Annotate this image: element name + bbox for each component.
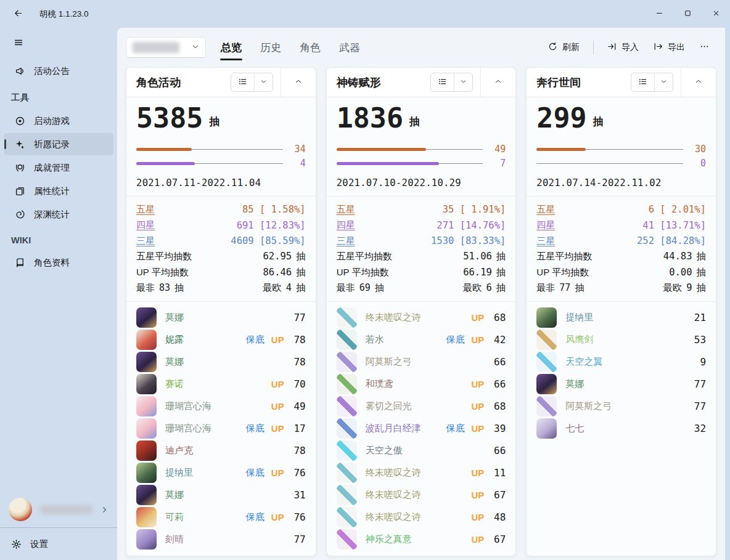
sidebar-item-label: 成就管理	[34, 162, 70, 174]
titlebar: 胡桃 1.1.23.0	[0, 0, 730, 28]
sidebar-section-header: WIKI	[0, 227, 117, 250]
sidebar-item-announcements[interactable]: 活动公告	[4, 60, 113, 82]
sidebar-section-header: 工具	[0, 83, 117, 108]
spiral-icon	[15, 209, 25, 220]
guarantee-badge: 保底	[446, 334, 465, 346]
worst-best-row: 最非69抽 最欧6抽	[337, 280, 506, 296]
item-name: 终末嗟叹之诗	[366, 489, 421, 501]
list-mode-split-button[interactable]	[231, 73, 273, 92]
app-window: 胡桃 1.1.23.0 活动公告 工具 启动游戏 祈愿记录 成就管理 属性统计 …	[0, 0, 730, 560]
list-icon	[438, 77, 447, 88]
item-avatar	[337, 396, 357, 416]
tab-weapon[interactable]: 武器	[338, 37, 361, 59]
three-star-link[interactable]: 三星	[536, 235, 555, 247]
close-icon	[712, 9, 720, 19]
item-name: 妮露	[165, 334, 184, 346]
five-star-link[interactable]: 五星	[337, 204, 355, 216]
three-star-stat-row: 三星 4609 [85.59%]	[136, 233, 306, 250]
sidebar-item-achievements[interactable]: 成就管理	[4, 156, 113, 179]
menu-toggle-button[interactable]	[7, 33, 30, 54]
item-avatar	[536, 307, 557, 328]
export-button[interactable]: 导出	[647, 38, 691, 57]
date-range: 2021.07.11-2022.11.04	[136, 177, 306, 189]
sidebar-item-character-wiki[interactable]: 角色资料	[4, 251, 113, 274]
tab-overview[interactable]: 总览	[219, 37, 243, 59]
pull-count: 68	[491, 400, 506, 412]
pull-item-row: 莫娜 78	[136, 351, 306, 373]
sidebar: 活动公告 工具 启动游戏 祈愿记录 成就管理 属性统计 深渊统计 WIKI 角色…	[0, 28, 117, 560]
toolbar-divider	[593, 41, 594, 54]
settings-label: 设置	[30, 538, 48, 550]
item-name: 迪卢克	[165, 445, 193, 457]
tab-bar: 总览历史角色武器	[219, 37, 361, 59]
five-star-link[interactable]: 五星	[536, 204, 555, 216]
back-arrow-icon	[14, 9, 23, 20]
tab-character[interactable]: 角色	[298, 37, 322, 59]
pull-count: 68	[491, 312, 506, 323]
selected-indicator	[4, 139, 6, 149]
four-star-link[interactable]: 四星	[536, 219, 555, 231]
list-mode-split-button[interactable]	[430, 73, 473, 92]
maximize-button[interactable]	[673, 0, 702, 28]
import-button[interactable]: 导入	[601, 38, 645, 57]
list-view-button[interactable]	[231, 73, 254, 91]
list-mode-dropdown-button[interactable]	[255, 73, 273, 91]
pull-history-list[interactable]: 提纳里 21 风鹰剑 53 天空之翼 9 莫娜 77 阿莫斯之弓	[527, 301, 716, 445]
pull-count: 42	[491, 334, 506, 346]
up-badge: UP	[472, 423, 485, 434]
best-pull: 最欧4抽	[263, 282, 306, 294]
card-title: 奔行世间	[536, 75, 581, 90]
four-star-link[interactable]: 四星	[337, 219, 355, 231]
item-avatar	[136, 307, 157, 328]
collapse-button[interactable]	[287, 73, 310, 92]
item-avatar	[337, 374, 357, 394]
refresh-button[interactable]: 刷新	[542, 38, 586, 57]
sidebar-item-label: 角色资料	[34, 257, 70, 269]
five-star-pity-bar: 34	[136, 142, 306, 156]
pull-history-list[interactable]: 终末嗟叹之诗 UP 68 若水 保底 UP 42 阿莫斯之弓 66 和璞鸢 UP…	[327, 301, 516, 556]
pull-item-row: 莫娜 77	[136, 307, 306, 329]
minimize-button[interactable]	[645, 0, 673, 28]
item-name: 风鹰剑	[565, 334, 593, 346]
worst-best-row: 最非77抽 最欧9抽	[536, 280, 706, 296]
list-view-button[interactable]	[431, 73, 454, 91]
worst-pull: 最非83抽	[136, 282, 184, 294]
sidebar-item-abyss-stats[interactable]: 深渊统计	[4, 203, 113, 225]
pull-item-row: 终末嗟叹之诗 UP 68	[337, 307, 506, 329]
four-star-link[interactable]: 四星	[136, 219, 155, 231]
pull-history-list[interactable]: 莫娜 77 妮露 保底 UP 78 莫娜 78 赛诺 UP 70 珊瑚	[126, 301, 316, 556]
user-profile[interactable]	[0, 492, 117, 527]
five-star-stat-row: 五星 35 [ 1.91%]	[337, 202, 506, 218]
item-name: 珊瑚宫心海	[165, 423, 211, 434]
sidebar-item-wish-records[interactable]: 祈愿记录	[4, 133, 113, 155]
five-star-pity-bar: 30	[536, 142, 706, 156]
pull-count: 76	[291, 467, 306, 479]
five-star-link[interactable]: 五星	[136, 204, 155, 216]
collapse-button[interactable]	[687, 73, 710, 92]
pull-count: 66	[491, 356, 506, 368]
tab-history[interactable]: 历史	[259, 37, 282, 59]
up-badge: UP	[472, 379, 485, 389]
refresh-icon	[548, 42, 557, 53]
list-mode-split-button[interactable]	[631, 73, 673, 92]
list-mode-dropdown-button[interactable]	[655, 73, 673, 91]
uid-selector[interactable]	[126, 37, 206, 58]
list-view-button[interactable]	[631, 73, 654, 91]
up-badge: UP	[271, 468, 284, 478]
sidebar-item-settings[interactable]: 设置	[0, 528, 117, 560]
up-badge: UP	[472, 335, 485, 345]
pull-item-row: 和璞鸢 UP 66	[337, 373, 506, 396]
list-mode-dropdown-button[interactable]	[454, 73, 472, 91]
collapse-button[interactable]	[487, 73, 509, 92]
four-star-stat-row: 四星 691 [12.83%]	[136, 217, 306, 233]
three-star-link[interactable]: 三星	[136, 235, 155, 247]
import-label: 导入	[621, 42, 639, 53]
sidebar-item-attribute-stats[interactable]: 属性统计	[4, 180, 113, 202]
more-button[interactable]	[694, 38, 715, 57]
chevron-up-icon	[494, 78, 502, 87]
chevron-up-icon	[295, 78, 302, 87]
sidebar-item-launch-game[interactable]: 启动游戏	[4, 110, 113, 132]
three-star-link[interactable]: 三星	[337, 235, 355, 247]
close-button[interactable]	[702, 0, 730, 28]
back-button[interactable]	[6, 4, 30, 24]
